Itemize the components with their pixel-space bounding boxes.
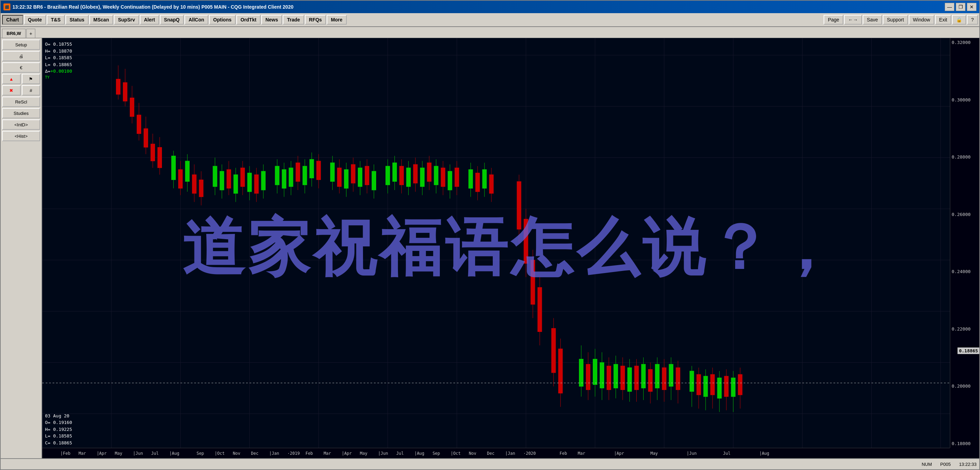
svg-rect-133 — [579, 359, 584, 386]
svg-rect-25 — [123, 82, 127, 101]
menu-ordtkt[interactable]: OrdTkt — [236, 15, 261, 25]
svg-rect-115 — [476, 173, 480, 192]
svg-rect-49 — [220, 171, 224, 190]
menu-snapq[interactable]: SnapQ — [160, 15, 184, 25]
menu-options[interactable]: Options — [209, 15, 235, 25]
hist-button[interactable]: <Hist> — [2, 131, 40, 141]
svg-rect-157 — [662, 368, 666, 390]
chart-svg — [42, 38, 950, 448]
restore-button[interactable]: ❐ — [956, 3, 966, 11]
svg-rect-75 — [317, 161, 321, 180]
menu-more[interactable]: More — [327, 15, 347, 25]
svg-rect-41 — [185, 161, 189, 182]
menu-allcon[interactable]: AllCon — [185, 15, 208, 25]
svg-rect-153 — [648, 369, 652, 392]
cross-button[interactable]: ✖ — [2, 85, 21, 96]
svg-rect-89 — [372, 171, 376, 190]
tab-bar: BR6,W + — [1, 27, 979, 38]
menu-news[interactable]: News — [261, 15, 282, 25]
menu-rfqs[interactable]: RFQs — [305, 15, 326, 25]
svg-rect-51 — [227, 170, 231, 188]
time-label: |Apr — [97, 451, 107, 456]
menu-status[interactable]: Status — [65, 15, 89, 25]
time-label: |Aug — [759, 451, 769, 456]
price-label: 0.30000 — [951, 97, 978, 102]
menu-bar: Chart Quote T&S Status MScan SupSrv Aler… — [1, 13, 979, 27]
menu-trade[interactable]: Trade — [283, 15, 304, 25]
menu-chart[interactable]: Chart — [2, 15, 23, 25]
menu-alert[interactable]: Alert — [140, 15, 159, 25]
status-p005: P005 — [940, 462, 951, 467]
right-toolbar: Page ←→ Save Support Window Exit 🔒 ? — [824, 15, 978, 25]
svg-rect-35 — [158, 147, 162, 168]
rescl-button[interactable]: ReScl — [2, 97, 40, 107]
time-label: May — [360, 451, 368, 456]
status-bar: NUM P005 13:22:33 — [1, 458, 979, 469]
price-label: 0.26000 — [951, 212, 978, 217]
svg-rect-0 — [42, 38, 950, 448]
menu-ts[interactable]: T&S — [47, 15, 65, 25]
help-button[interactable]: ? — [967, 15, 978, 25]
tab-br6w[interactable]: BR6,W — [2, 29, 25, 38]
intd-button[interactable]: <IntD> — [2, 119, 40, 130]
studies-button[interactable]: Studies — [2, 108, 40, 118]
app-icon: ⬛ — [3, 3, 10, 10]
svg-rect-33 — [151, 144, 155, 161]
tab-add-button[interactable]: + — [26, 29, 35, 38]
svg-rect-73 — [310, 159, 314, 178]
price-axis: 0.32000 0.30000 0.28000 0.26000 0.24000 … — [950, 38, 979, 448]
time-label: ·2020 — [523, 451, 536, 456]
setup-button[interactable]: Setup — [2, 40, 40, 50]
arrows-button[interactable]: ←→ — [844, 15, 862, 25]
svg-rect-147 — [627, 368, 632, 392]
time-label: May — [650, 451, 658, 456]
svg-rect-71 — [303, 166, 307, 185]
svg-rect-29 — [137, 115, 141, 134]
time-label: |Oct — [450, 451, 461, 456]
svg-rect-129 — [552, 328, 556, 373]
print-button[interactable]: 🖨 — [2, 51, 40, 61]
time-label: Mar — [78, 451, 86, 456]
exit-button[interactable]: Exit — [935, 15, 951, 25]
close-button[interactable]: ✕ — [967, 3, 977, 11]
time-label: |Jan — [505, 451, 515, 456]
page-button[interactable]: Page — [824, 15, 843, 25]
svg-rect-81 — [344, 170, 348, 188]
svg-rect-95 — [399, 166, 404, 185]
svg-rect-111 — [455, 168, 459, 186]
time-label: |Oct — [215, 451, 224, 456]
support-button[interactable]: Support — [883, 15, 908, 25]
svg-rect-161 — [676, 368, 680, 390]
svg-rect-131 — [558, 349, 563, 393]
hash-button[interactable]: # — [22, 85, 40, 96]
minimize-button[interactable]: — — [945, 3, 955, 11]
save-button[interactable]: Save — [863, 15, 882, 25]
time-label: Mar — [323, 451, 331, 456]
svg-rect-43 — [192, 175, 196, 193]
svg-rect-77 — [331, 163, 335, 182]
ohlc-bottom: 03 Aug 20 O= 0.19160 H= 0.19225 L= 0.185… — [45, 413, 72, 446]
up-red-button[interactable]: ▲ — [2, 74, 21, 84]
lock-button[interactable]: 🔒 — [952, 15, 966, 25]
svg-rect-125 — [531, 260, 535, 304]
currency-button[interactable]: € — [2, 62, 40, 73]
price-label: 0.22000 — [951, 327, 978, 331]
svg-rect-53 — [234, 175, 238, 193]
svg-rect-65 — [282, 170, 286, 188]
menu-mscan[interactable]: MScan — [89, 15, 113, 25]
svg-rect-119 — [489, 175, 493, 193]
svg-rect-91 — [385, 166, 390, 185]
time-label: Jul — [723, 451, 730, 456]
svg-rect-57 — [247, 173, 251, 192]
left-panel: Setup 🖨 € ▲ ⚑ ✖ # ReScl Studies <IntD> <… — [1, 38, 42, 458]
svg-rect-47 — [213, 166, 217, 186]
menu-supsrv[interactable]: SupSrv — [114, 15, 139, 25]
chart-area[interactable]: O= 0.18755 H= 0.18870 L= 0.18585 L= 0.18… — [42, 38, 979, 458]
time-label: Sep — [197, 451, 204, 456]
svg-rect-45 — [199, 180, 203, 197]
time-label: |Feb — [60, 451, 70, 456]
svg-rect-83 — [351, 164, 355, 183]
menu-quote[interactable]: Quote — [24, 15, 46, 25]
window-button[interactable]: Window — [909, 15, 934, 25]
flag-button[interactable]: ⚑ — [22, 74, 40, 84]
